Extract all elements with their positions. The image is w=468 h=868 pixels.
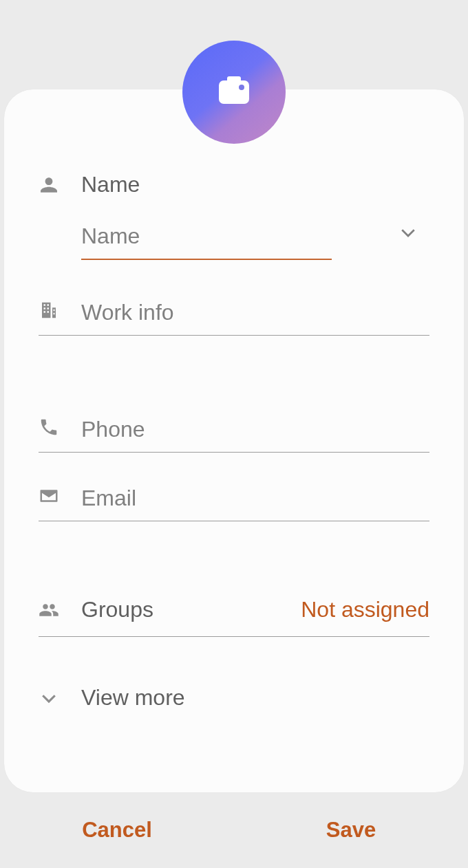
person-icon bbox=[39, 175, 81, 195]
name-label-row: Name bbox=[39, 172, 429, 197]
name-label: Name bbox=[81, 172, 140, 197]
name-input-row bbox=[81, 217, 429, 260]
work-info-field[interactable]: Work info bbox=[39, 294, 429, 336]
camera-icon bbox=[219, 80, 249, 104]
phone-label: Phone bbox=[81, 411, 429, 442]
email-icon bbox=[39, 486, 81, 506]
expand-name-button[interactable] bbox=[398, 222, 418, 246]
save-button[interactable]: Save bbox=[234, 792, 468, 868]
phone-field[interactable]: Phone bbox=[39, 411, 429, 453]
cancel-button[interactable]: Cancel bbox=[0, 792, 234, 868]
groups-value: Not assigned bbox=[301, 597, 429, 622]
email-field[interactable]: Email bbox=[39, 480, 429, 521]
view-more-label: View more bbox=[81, 685, 185, 710]
building-icon bbox=[39, 300, 81, 321]
phone-icon bbox=[39, 417, 81, 437]
contact-form-card: Name Work info Phone Email Group bbox=[4, 89, 464, 792]
groups-field[interactable]: Groups Not assigned bbox=[39, 597, 429, 637]
work-info-label: Work info bbox=[81, 294, 429, 325]
footer-bar: Cancel Save bbox=[0, 792, 468, 868]
contact-photo-button[interactable] bbox=[182, 41, 286, 144]
name-input[interactable] bbox=[81, 217, 332, 260]
email-label: Email bbox=[81, 480, 429, 511]
view-more-button[interactable]: View more bbox=[39, 685, 429, 710]
chevron-down-icon bbox=[39, 688, 81, 708]
groups-label: Groups bbox=[81, 597, 301, 622]
group-icon bbox=[39, 600, 81, 620]
